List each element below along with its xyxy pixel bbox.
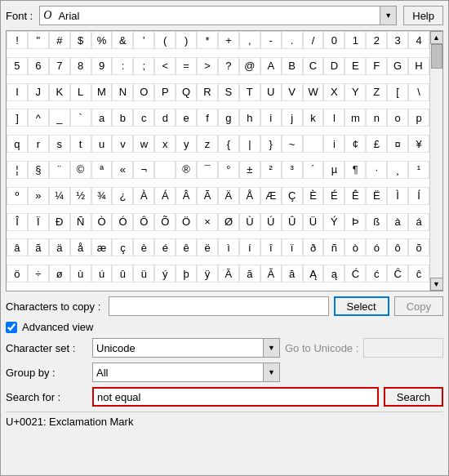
char-cell[interactable]: Ø (218, 213, 239, 231)
char-cell[interactable]: ` (70, 109, 91, 127)
char-cell[interactable]: ® (176, 161, 197, 179)
char-cell[interactable]: ă (282, 265, 303, 282)
char-cell[interactable]: þ (176, 265, 197, 282)
char-cell[interactable]: » (28, 187, 49, 205)
char-cell[interactable]: b (112, 109, 133, 127)
char-cell[interactable]: n (366, 109, 387, 127)
char-cell[interactable]: « (112, 161, 133, 179)
char-cell[interactable]: S (218, 83, 239, 101)
char-cell[interactable]: Ü (303, 213, 324, 231)
char-cell[interactable]: £ (366, 135, 387, 153)
char-cell[interactable]: è (133, 238, 154, 256)
char-cell[interactable]: Ä (218, 187, 239, 205)
char-cell[interactable]: \ (408, 83, 429, 101)
char-cell[interactable]: ø (49, 265, 70, 282)
char-cell[interactable]: { (218, 135, 239, 153)
char-cell[interactable]: % (91, 31, 113, 49)
char-cell[interactable]: # (49, 31, 70, 49)
char-cell[interactable]: Ð (49, 213, 70, 231)
char-cell[interactable]: ² (260, 161, 282, 179)
char-cell[interactable]: ­ (154, 161, 176, 179)
char-cell[interactable]: J (28, 83, 49, 101)
char-cell[interactable]: , (239, 31, 260, 49)
char-cell[interactable]: Ô (133, 213, 154, 231)
char-cell[interactable]: ÷ (28, 265, 49, 282)
char-cell[interactable]: < (154, 57, 176, 75)
char-cell[interactable]: i (323, 135, 345, 153)
groupby-select[interactable]: All ▼ (92, 363, 280, 382)
char-cell[interactable]: ā (239, 265, 260, 282)
char-cell[interactable]: @ (239, 57, 260, 75)
char-cell[interactable]: Ö (176, 213, 197, 231)
char-cell[interactable]: ã (28, 238, 49, 256)
goto-unicode-input[interactable] (363, 338, 443, 358)
char-cell[interactable]: 1 (345, 31, 366, 49)
char-cell[interactable]: E (345, 57, 366, 75)
char-cell[interactable]: A (260, 57, 282, 75)
char-cell[interactable]: å (70, 238, 91, 256)
char-cell[interactable]: ^ (28, 109, 49, 127)
char-cell[interactable]: ó (366, 238, 387, 256)
char-cell[interactable]: d (154, 109, 176, 127)
char-cell[interactable]: D (323, 57, 345, 75)
char-cell[interactable]: ¶ (345, 161, 366, 179)
char-cell[interactable]: 6 (28, 57, 49, 75)
char-cell[interactable]: ç (112, 238, 133, 256)
char-cell[interactable]: Y (345, 83, 366, 101)
char-cell[interactable]: = (176, 57, 197, 75)
char-cell[interactable]: C (303, 57, 324, 75)
char-cell[interactable]: w (133, 135, 154, 153)
char-cell[interactable]: s (49, 135, 70, 153)
char-cell[interactable]: X (323, 83, 345, 101)
char-cell[interactable]: Î (7, 213, 28, 231)
char-cell[interactable]: . (282, 31, 303, 49)
char-cell[interactable]: Q (176, 83, 197, 101)
char-cell[interactable]: µ (323, 161, 345, 179)
char-cell[interactable]: ¨ (49, 161, 70, 179)
char-cell[interactable]: k (303, 109, 324, 127)
char-cell[interactable]: ¯ (197, 161, 218, 179)
char-cell[interactable]: ¿ (112, 187, 133, 205)
char-cell[interactable]: | (239, 135, 260, 153)
char-cell[interactable]: p (408, 109, 429, 127)
char-cell[interactable]: Ó (112, 213, 133, 231)
charset-select[interactable]: Unicode ▼ (92, 338, 280, 358)
char-cell[interactable]: ñ (323, 238, 345, 256)
char-cell[interactable]: & (112, 31, 133, 49)
char-cell[interactable]: ô (387, 238, 408, 256)
char-cell[interactable]: Ć (345, 265, 366, 282)
char-cell[interactable]: À (133, 187, 154, 205)
char-cell[interactable]: Ç (282, 187, 303, 205)
char-cell[interactable]: } (260, 135, 282, 153)
char-cell[interactable]: ³ (282, 161, 303, 179)
char-cell[interactable]: ä (49, 238, 70, 256)
char-cell[interactable]: x (154, 135, 176, 153)
char-cell[interactable]: c (133, 109, 154, 127)
char-cell[interactable]: ) (176, 31, 197, 49)
char-cell[interactable]: í (239, 238, 260, 256)
char-cell[interactable]: e (176, 109, 197, 127)
scrollbar[interactable]: ▲ ▼ (429, 31, 442, 291)
char-cell[interactable]: K (49, 83, 70, 101)
char-cell[interactable]: r (28, 135, 49, 153)
char-cell[interactable]: v (112, 135, 133, 153)
char-cell[interactable]: ± (239, 161, 260, 179)
char-cell[interactable]: Ì (387, 187, 408, 205)
char-cell[interactable]: P (154, 83, 176, 101)
char-cell[interactable]: ¦ (7, 161, 28, 179)
char-cell[interactable]: Ñ (70, 213, 91, 231)
char-cell[interactable]: ~ (282, 135, 303, 153)
char-cell[interactable]: ! (7, 31, 28, 49)
char-cell[interactable]: ; (133, 57, 154, 75)
char-cell[interactable]: G (387, 57, 408, 75)
char-cell[interactable]: Ã (197, 187, 218, 205)
search-input[interactable] (92, 387, 379, 407)
char-cell[interactable]: ý (154, 265, 176, 282)
char-cell[interactable]: " (28, 31, 49, 49)
char-cell[interactable]: Ú (260, 213, 282, 231)
scroll-up-button[interactable]: ▲ (430, 31, 443, 44)
char-cell[interactable]: R (197, 83, 218, 101)
char-cell[interactable]: Ê (345, 187, 366, 205)
char-cell[interactable]: 8 (70, 57, 91, 75)
char-cell[interactable]: à (387, 213, 408, 231)
